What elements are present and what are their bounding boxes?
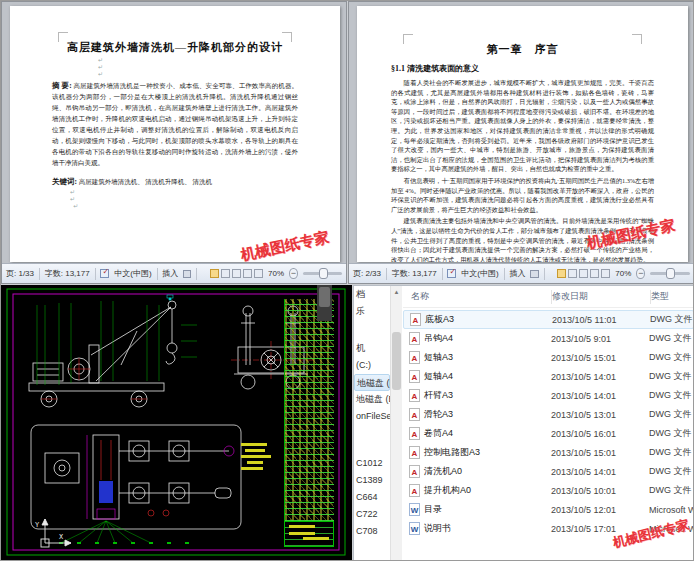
file-row[interactable]: W目录 2013/10/5 12:01Microsoft W [403,500,694,519]
sidebar-item-c708[interactable]: C708 [354,523,390,540]
spellcheck-icon[interactable] [447,269,456,278]
file-row[interactable]: A吊钩A4 2013/10/5 9:01DWG 文件 [403,329,694,348]
dwg-file-icon: A [409,389,420,402]
word-count[interactable]: 字数: 13,177 [45,268,90,279]
keywords-text: 高层建筑外墙清洗机、 清洗机升降机、 清洗机 [79,178,212,185]
parts-list-table [284,299,334,521]
sidebar-scrollbar-thumb[interactable] [392,332,401,390]
margin-mark-tl [58,32,68,42]
file-row[interactable]: A卷筒A4 2013/10/5 16:01DWG 文件 [403,424,694,443]
section-heading: §1.1 清洗建筑表面的意义 [357,57,688,76]
outline-view-button[interactable] [590,269,599,278]
draft-view-button[interactable] [601,269,610,278]
spellcheck-icon[interactable] [100,269,109,278]
dwg-file-icon: A [409,427,420,440]
insert-mode[interactable]: 插入 [162,268,178,279]
language-indicator[interactable]: 中文(中国) [461,268,498,279]
print-layout-view-button[interactable] [210,269,219,278]
dwg-file-icon: A [409,446,420,459]
page-indicator[interactable]: 页: 1/33 [6,268,34,279]
file-row[interactable]: A短轴A4 2013/10/5 14:01DWG 文件 [403,367,694,386]
column-headers: 名称 修改日期 类型 [403,286,694,308]
keywords-label: 关键词: [52,177,77,186]
column-header-date[interactable]: 修改日期 [552,290,650,303]
dwg-file-icon: A [409,332,420,345]
margin-mark-tr [632,34,642,44]
cad-scrollbar[interactable] [317,285,332,321]
language-indicator[interactable]: 中文(中国) [114,268,151,279]
dwg-file-icon: A [409,370,420,383]
web-layout-view-button[interactable] [232,269,241,278]
body-paragraph-1: 随着人类社会的不断发展进步，城市规模不断扩大，城市建筑更加规范，完美。千姿百态的… [391,78,654,174]
sidebar-item-music[interactable]: 乐 [354,303,390,320]
file-row[interactable]: A清洗机A0 2013/10/5 14:01DWG 文件 [403,462,694,481]
sidebar-scrollbar[interactable]: ▲ [390,286,402,561]
dwg-file-icon: A [409,484,420,497]
draft-view-button[interactable] [254,269,263,278]
file-row[interactable]: A短轴A3 2013/10/5 15:01DWG 文件 [403,348,694,367]
zoom-out-button[interactable]: − [636,268,645,279]
zoom-slider-thumb[interactable] [319,268,328,279]
document-page-1: 高层建筑外墙清洗机—升降机部分的设计 ↵↵↵ 摘 要: 高层建筑外墙清洗机是一种… [10,6,340,262]
sidebar-item-computer[interactable]: 机 [354,340,390,357]
zoom-out-button[interactable]: − [289,268,298,279]
macro-record-icon[interactable] [530,270,538,278]
dwg-file-icon: A [409,351,420,364]
zoom-level[interactable]: 70% [615,269,631,278]
sidebar-item-drive-e[interactable]: 地磁盘 (E:) [354,391,390,408]
word-window-chapter1: 第一章 序言 §1.1 清洗建筑表面的意义 随着人类社会的不断发展进步，城市规模… [348,1,694,284]
file-row[interactable]: A控制电路图A3 2013/10/5 15:01DWG 文件 [403,443,694,462]
zoom-slider[interactable] [650,272,690,275]
word-count[interactable]: 字数: 13,177 [392,268,437,279]
watermark-stamp: 机械图纸专家 [239,228,331,262]
chapter-title: 第一章 序言 [357,42,688,57]
margin-mark-tl [403,34,413,44]
document-page-2: 第一章 序言 §1.1 清洗建筑表面的意义 随着人类社会的不断发展进步，城市规模… [357,6,688,262]
file-list: 名称 修改日期 类型 A底板A3 2013/10/5 11:01DWG 文件 A… [403,286,694,561]
autocad-viewport: Y X [1,285,352,561]
file-rows: A底板A3 2013/10/5 11:01DWG 文件 A吊钩A4 2013/1… [403,310,694,538]
cad-scrollbar-thumb[interactable] [319,287,330,307]
sidebar-item-c722[interactable]: C722 [354,506,390,523]
sidebar-item-documents[interactable]: 档 [354,286,390,303]
abstract-label: 摘 要: [52,81,72,90]
file-explorer-window: 档 乐 机 (C:) 地磁盘 (D:) 地磁盘 (E:) onFileServe… [353,285,694,561]
sidebar-item-drive-d[interactable]: 地磁盘 (D:) [354,374,390,391]
outline-view-button[interactable] [243,269,252,278]
page-indicator[interactable]: 页: 2/33 [353,268,381,279]
sidebar-item-c1012[interactable]: C1012 [354,455,390,472]
title-block [284,521,334,547]
dwg-file-icon: A [409,408,420,421]
scroll-up-icon[interactable]: ▲ [391,286,402,298]
word-statusbar: 页: 1/33 字数: 13,177 中文(中国) 插入 70% − [2,263,346,283]
thesis-title: 高层建筑外墙清洗机—升降机部分的设计 [10,40,340,55]
column-header-type[interactable]: 类型 [651,290,694,303]
web-layout-view-button[interactable] [579,269,588,278]
file-row[interactable]: A杆臂A3 2013/10/5 14:01DWG 文件 [403,386,694,405]
sidebar-item-c1389[interactable]: C1389 [354,472,390,489]
sidebar-item-c664[interactable]: C664 [354,489,390,506]
dwg-file-icon: A [409,465,420,478]
file-row[interactable]: A滑轮A3 2013/10/5 13:01DWG 文件 [403,405,694,424]
fullscreen-view-button[interactable] [221,269,230,278]
view-mode-buttons [557,269,610,278]
paragraph-marks: ↵↵↵ [10,55,340,80]
sidebar-item-drive-c[interactable]: (C:) [354,357,390,374]
column-header-name[interactable]: 名称 [403,290,551,303]
view-mode-buttons [210,269,263,278]
paragraph-marks: ↵↵ ↵ [10,187,340,212]
abstract-text: 高层建筑外墙清洗机是一种投资小、成本低、安全可靠、工作效率高的机器。该机器分为两… [52,82,298,166]
body-paragraph-2: 有信息表明，十·五期间国家用于环境保护的投资将由九·五期间国民生产总值的1.3%… [391,176,654,214]
print-layout-view-button[interactable] [557,269,566,278]
zoom-slider[interactable] [303,272,342,275]
zoom-level[interactable]: 70% [268,269,284,278]
fullscreen-view-button[interactable] [568,269,577,278]
word-window-abstract: 高层建筑外墙清洗机—升降机部分的设计 ↵↵↵ 摘 要: 高层建筑外墙清洗机是一种… [1,1,347,284]
macro-record-icon[interactable] [183,270,191,278]
insert-mode[interactable]: 插入 [509,268,525,279]
sidebar-item-fileserver[interactable]: onFileServer [354,408,390,425]
file-row[interactable]: A提升机构A0 2013/10/5 10:01DWG 文件 [403,481,694,500]
blue-detail [99,481,113,503]
file-row[interactable]: A底板A3 2013/10/5 11:01DWG 文件 [403,310,694,329]
zoom-slider-thumb[interactable] [666,268,675,279]
